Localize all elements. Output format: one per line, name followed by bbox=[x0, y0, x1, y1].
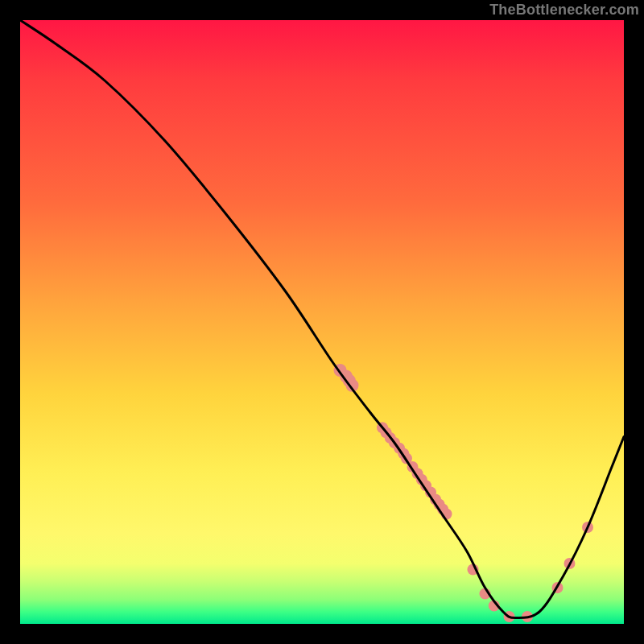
figure-root: TheBottlenecker.com bbox=[0, 0, 644, 644]
attribution-label: TheBottlenecker.com bbox=[489, 2, 639, 19]
chart-overlay-svg bbox=[20, 20, 624, 624]
scatter-dots-group bbox=[334, 364, 594, 622]
plot-area bbox=[20, 20, 624, 624]
bottleneck-curve bbox=[20, 20, 624, 618]
